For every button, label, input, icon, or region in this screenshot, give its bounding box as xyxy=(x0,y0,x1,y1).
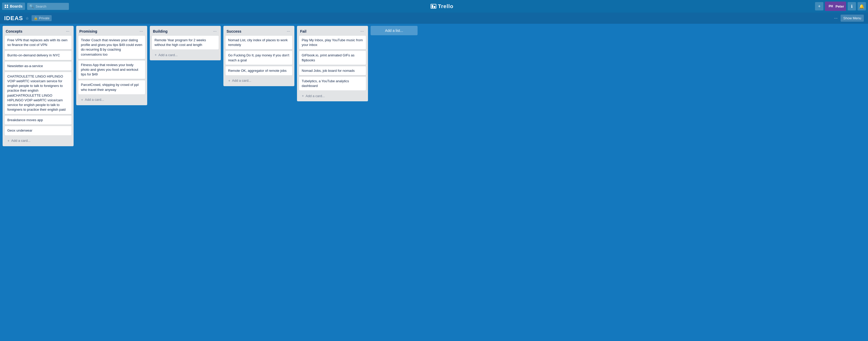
list-menu-button-building[interactable]: ··· xyxy=(212,28,218,34)
card-f3[interactable]: Nomad Jobs, job board for nomads xyxy=(299,66,366,75)
card-p1[interactable]: Tinder Coach that reviews your dating pr… xyxy=(78,36,145,59)
list-concepts: Concepts···Free VPN that replaces ads wi… xyxy=(3,26,73,146)
grid-icon xyxy=(5,5,8,8)
card-c1[interactable]: Free VPN that replaces ads with its own … xyxy=(5,36,71,49)
show-menu-button[interactable]: Show Menu xyxy=(841,14,864,22)
plus-icon: ＋ xyxy=(227,78,231,83)
card-s2[interactable]: Go Fucking Do It, pay money if you don't… xyxy=(225,51,292,64)
app-header: Boards 🔍 Trello + PH Peter ℹ 🔔 xyxy=(0,0,868,12)
list-menu-button-promising[interactable]: ··· xyxy=(138,28,144,34)
bell-icon: 🔔 xyxy=(859,4,864,9)
user-name: Peter xyxy=(835,4,844,8)
board-title: IDEAS xyxy=(4,15,23,22)
header-center: Trello xyxy=(71,3,813,9)
lock-icon: 🔒 xyxy=(34,16,38,20)
lists-area: Concepts···Free VPN that replaces ads wi… xyxy=(0,24,868,148)
boards-label: Boards xyxy=(10,4,23,8)
search-input[interactable] xyxy=(27,3,69,10)
card-s1[interactable]: Nomad List, city index of places to work… xyxy=(225,36,292,49)
card-f2[interactable]: GIFbook.io, print animated GIFs as flipb… xyxy=(299,51,366,64)
card-s3[interactable]: Remote OK, aggregator of remote jobs xyxy=(225,66,292,75)
visibility-label: Private xyxy=(39,16,49,20)
list-cards-building: Remote Year program for 2 weeks without … xyxy=(150,36,221,49)
list-title-promising: Promising xyxy=(79,29,97,33)
list-title-building: Building xyxy=(153,29,167,33)
list-menu-button-concepts[interactable]: ··· xyxy=(65,28,70,34)
board-ellipsis[interactable]: ··· xyxy=(834,16,837,21)
plus-icon: ＋ xyxy=(7,138,10,143)
list-menu-button-fail[interactable]: ··· xyxy=(359,28,365,34)
add-list-button[interactable]: Add a list... xyxy=(371,26,417,35)
card-p3[interactable]: ParcelCrowd, shipping by crowd of ppl wh… xyxy=(78,81,145,94)
plus-icon: ＋ xyxy=(154,53,157,57)
card-c6[interactable]: Geox underwear xyxy=(5,126,71,135)
plus-icon: ＋ xyxy=(81,97,84,102)
list-header-success: Success··· xyxy=(223,26,294,36)
list-success: Success···Nomad List, city index of plac… xyxy=(223,26,294,86)
card-b1[interactable]: Remote Year program for 2 weeks without … xyxy=(152,36,219,49)
card-c5[interactable]: Breakdance moves app xyxy=(5,116,71,125)
info-icon: ℹ xyxy=(851,4,852,9)
trello-logo-icon xyxy=(431,4,436,9)
list-cards-success: Nomad List, city index of places to work… xyxy=(223,36,294,75)
card-c3[interactable]: Newsletter-as-a-service xyxy=(5,62,71,70)
info-button[interactable]: ℹ xyxy=(848,2,856,10)
add-button[interactable]: + xyxy=(815,2,824,10)
list-title-concepts: Concepts xyxy=(6,29,23,33)
header-right: + PH Peter ℹ 🔔 xyxy=(815,2,866,11)
list-promising: Promising···Tinder Coach that reviews yo… xyxy=(76,26,147,105)
list-header-fail: Fail··· xyxy=(297,26,368,36)
card-f4[interactable]: Tubelytics, a YouTube analytics dashboar… xyxy=(299,77,366,90)
boards-button[interactable]: Boards xyxy=(2,3,25,10)
card-c2[interactable]: Burrito-on-demand delivery in NYC xyxy=(5,51,71,60)
add-card-button-concepts[interactable]: ＋Add a card... xyxy=(4,136,72,145)
notifications-button[interactable]: 🔔 xyxy=(858,2,866,10)
list-cards-concepts: Free VPN that replaces ads with its own … xyxy=(3,36,73,135)
add-card-button-building[interactable]: ＋Add a card... xyxy=(151,51,220,59)
card-p2[interactable]: Fitness App that reviews your body photo… xyxy=(78,61,145,79)
list-cards-promising: Tinder Coach that reviews your dating pr… xyxy=(76,36,147,94)
list-header-promising: Promising··· xyxy=(76,26,147,36)
list-title-fail: Fail xyxy=(300,29,306,33)
search-wrap: 🔍 xyxy=(27,3,69,10)
star-icon[interactable]: ☆ xyxy=(26,16,29,20)
list-building: Building···Remote Year program for 2 wee… xyxy=(150,26,221,60)
add-card-button-fail[interactable]: ＋Add a card... xyxy=(298,91,367,100)
board-header-right: ··· Show Menu xyxy=(834,14,864,22)
add-card-button-success[interactable]: ＋Add a card... xyxy=(224,76,293,85)
avatar: PH xyxy=(827,3,834,10)
plus-icon: ＋ xyxy=(301,93,305,98)
list-header-concepts: Concepts··· xyxy=(3,26,73,36)
add-card-button-promising[interactable]: ＋Add a card... xyxy=(77,95,146,104)
board-title-area: IDEAS ☆ 🔒 Private xyxy=(4,15,52,22)
list-fail: Fail···Play My Inbox, play YouTube music… xyxy=(297,26,368,101)
card-f1[interactable]: Play My Inbox, play YouTube music from y… xyxy=(299,36,366,49)
board-header: IDEAS ☆ 🔒 Private ··· Show Menu xyxy=(0,12,868,24)
list-title-success: Success xyxy=(226,29,241,33)
trello-logo: Trello xyxy=(431,3,453,9)
list-cards-fail: Play My Inbox, play YouTube music from y… xyxy=(297,36,368,90)
visibility-badge[interactable]: 🔒 Private xyxy=(32,15,52,21)
list-header-building: Building··· xyxy=(150,26,221,36)
list-menu-button-success[interactable]: ··· xyxy=(286,28,291,34)
trello-logo-text: Trello xyxy=(438,3,453,9)
avatar-area[interactable]: PH Peter xyxy=(825,2,846,11)
card-c4[interactable]: CHATROULETTE LINGO HIPLINGO VOIP webRTC … xyxy=(5,72,71,114)
